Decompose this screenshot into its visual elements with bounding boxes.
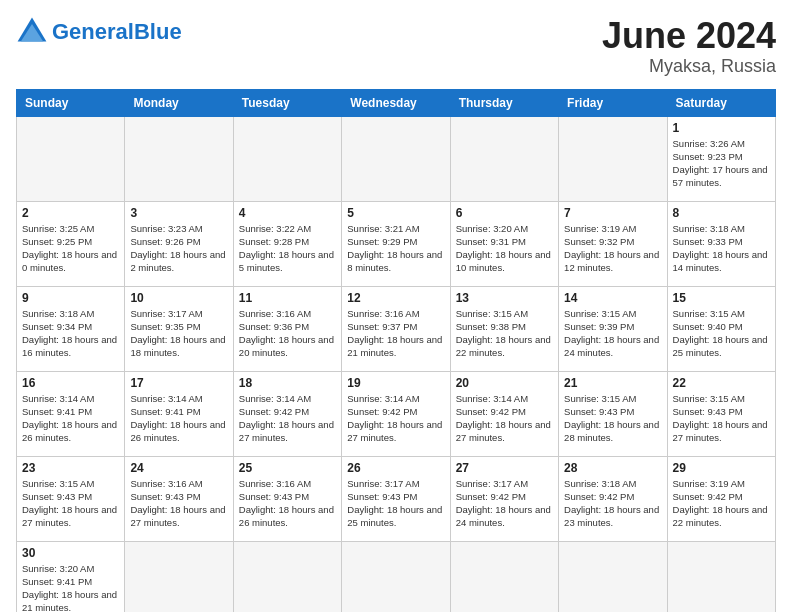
- day-7: 7 Sunrise: 3:19 AMSunset: 9:32 PMDayligh…: [559, 201, 667, 286]
- header-thursday: Thursday: [450, 89, 558, 116]
- day-27: 27 Sunrise: 3:17 AMSunset: 9:42 PMDaylig…: [450, 456, 558, 541]
- day-14: 14 Sunrise: 3:15 AMSunset: 9:39 PMDaylig…: [559, 286, 667, 371]
- header-sunday: Sunday: [17, 89, 125, 116]
- logo: GeneralBlue: [16, 16, 182, 48]
- week-row-6: 30 Sunrise: 3:20 AMSunset: 9:41 PMDaylig…: [17, 541, 776, 612]
- empty-cell: [559, 116, 667, 201]
- week-row-5: 23 Sunrise: 3:15 AMSunset: 9:43 PMDaylig…: [17, 456, 776, 541]
- empty-cell: [233, 116, 341, 201]
- week-row-1: 1 Sunrise: 3:26 AM Sunset: 9:23 PM Dayli…: [17, 116, 776, 201]
- day-24: 24 Sunrise: 3:16 AMSunset: 9:43 PMDaylig…: [125, 456, 233, 541]
- empty-cell: [450, 116, 558, 201]
- day-19: 19 Sunrise: 3:14 AMSunset: 9:42 PMDaylig…: [342, 371, 450, 456]
- day-20: 20 Sunrise: 3:14 AMSunset: 9:42 PMDaylig…: [450, 371, 558, 456]
- day-29: 29 Sunrise: 3:19 AMSunset: 9:42 PMDaylig…: [667, 456, 775, 541]
- week-row-2: 2 Sunrise: 3:25 AMSunset: 9:25 PMDayligh…: [17, 201, 776, 286]
- empty-cell: [125, 541, 233, 612]
- week-row-3: 9 Sunrise: 3:18 AMSunset: 9:34 PMDayligh…: [17, 286, 776, 371]
- weekday-header-row: Sunday Monday Tuesday Wednesday Thursday…: [17, 89, 776, 116]
- calendar-title: June 2024: [602, 16, 776, 56]
- day-15: 15 Sunrise: 3:15 AMSunset: 9:40 PMDaylig…: [667, 286, 775, 371]
- header-friday: Friday: [559, 89, 667, 116]
- empty-cell: [125, 116, 233, 201]
- day-10: 10 Sunrise: 3:17 AMSunset: 9:35 PMDaylig…: [125, 286, 233, 371]
- day-18: 18 Sunrise: 3:14 AMSunset: 9:42 PMDaylig…: [233, 371, 341, 456]
- week-row-4: 16 Sunrise: 3:14 AMSunset: 9:41 PMDaylig…: [17, 371, 776, 456]
- day-11: 11 Sunrise: 3:16 AMSunset: 9:36 PMDaylig…: [233, 286, 341, 371]
- logo-blue: Blue: [134, 19, 182, 44]
- day-9: 9 Sunrise: 3:18 AMSunset: 9:34 PMDayligh…: [17, 286, 125, 371]
- empty-cell: [450, 541, 558, 612]
- logo-icon: [16, 16, 48, 48]
- day-30: 30 Sunrise: 3:20 AMSunset: 9:41 PMDaylig…: [17, 541, 125, 612]
- empty-cell: [342, 116, 450, 201]
- day-23: 23 Sunrise: 3:15 AMSunset: 9:43 PMDaylig…: [17, 456, 125, 541]
- day-22: 22 Sunrise: 3:15 AMSunset: 9:43 PMDaylig…: [667, 371, 775, 456]
- day-16: 16 Sunrise: 3:14 AMSunset: 9:41 PMDaylig…: [17, 371, 125, 456]
- day-17: 17 Sunrise: 3:14 AMSunset: 9:41 PMDaylig…: [125, 371, 233, 456]
- day-28: 28 Sunrise: 3:18 AMSunset: 9:42 PMDaylig…: [559, 456, 667, 541]
- day-21: 21 Sunrise: 3:15 AMSunset: 9:43 PMDaylig…: [559, 371, 667, 456]
- page-header: GeneralBlue June 2024 Myaksa, Russia: [16, 16, 776, 77]
- day-13: 13 Sunrise: 3:15 AMSunset: 9:38 PMDaylig…: [450, 286, 558, 371]
- day-8: 8 Sunrise: 3:18 AMSunset: 9:33 PMDayligh…: [667, 201, 775, 286]
- empty-cell: [342, 541, 450, 612]
- day-2: 2 Sunrise: 3:25 AMSunset: 9:25 PMDayligh…: [17, 201, 125, 286]
- calendar-table: Sunday Monday Tuesday Wednesday Thursday…: [16, 89, 776, 612]
- logo-text: GeneralBlue: [52, 20, 182, 44]
- empty-cell: [559, 541, 667, 612]
- empty-cell: [233, 541, 341, 612]
- day-26: 26 Sunrise: 3:17 AMSunset: 9:43 PMDaylig…: [342, 456, 450, 541]
- empty-cell: [667, 541, 775, 612]
- day-25: 25 Sunrise: 3:16 AMSunset: 9:43 PMDaylig…: [233, 456, 341, 541]
- day-1: 1 Sunrise: 3:26 AM Sunset: 9:23 PM Dayli…: [667, 116, 775, 201]
- header-saturday: Saturday: [667, 89, 775, 116]
- calendar-location: Myaksa, Russia: [602, 56, 776, 77]
- title-block: June 2024 Myaksa, Russia: [602, 16, 776, 77]
- day-12: 12 Sunrise: 3:16 AMSunset: 9:37 PMDaylig…: [342, 286, 450, 371]
- day-6: 6 Sunrise: 3:20 AMSunset: 9:31 PMDayligh…: [450, 201, 558, 286]
- empty-cell: [17, 116, 125, 201]
- logo-general: General: [52, 19, 134, 44]
- header-wednesday: Wednesday: [342, 89, 450, 116]
- header-monday: Monday: [125, 89, 233, 116]
- day-3: 3 Sunrise: 3:23 AMSunset: 9:26 PMDayligh…: [125, 201, 233, 286]
- day-4: 4 Sunrise: 3:22 AMSunset: 9:28 PMDayligh…: [233, 201, 341, 286]
- header-tuesday: Tuesday: [233, 89, 341, 116]
- day-5: 5 Sunrise: 3:21 AMSunset: 9:29 PMDayligh…: [342, 201, 450, 286]
